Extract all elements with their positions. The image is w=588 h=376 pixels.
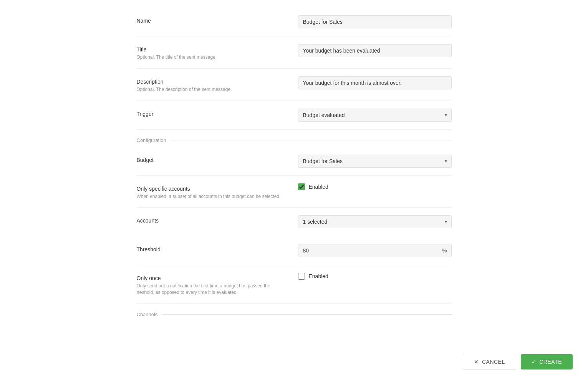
cancel-label: CANCEL — [482, 359, 505, 365]
trigger-select-wrapper: Budget evaluated ▾ — [298, 109, 452, 122]
threshold-row: Threshold % — [137, 236, 452, 265]
threshold-wrapper: % — [298, 244, 452, 257]
description-input-col — [298, 76, 452, 89]
description-description: Optional. The description of the sent me… — [137, 86, 283, 93]
only-once-label: Only once — [137, 275, 283, 281]
title-description: Optional. The title of the sent message. — [137, 54, 283, 61]
budget-label-col: Budget — [137, 155, 298, 165]
budget-row: Budget Budget for Sales ▾ — [137, 147, 452, 176]
accounts-input-col: 1 selected ▾ — [298, 215, 452, 228]
accounts-label: Accounts — [137, 218, 283, 224]
trigger-label: Trigger — [137, 111, 283, 117]
cancel-x-icon: ✕ — [474, 359, 479, 365]
description-row: Description Optional. The description of… — [137, 69, 452, 101]
description-input[interactable] — [298, 76, 452, 89]
configuration-divider: Configuration — [137, 130, 452, 147]
only-specific-accounts-checkbox-label: Enabled — [309, 184, 328, 190]
channels-title: Channels — [137, 312, 158, 317]
budget-label: Budget — [137, 157, 283, 163]
trigger-input-col: Budget evaluated ▾ — [298, 109, 452, 122]
title-label: Title — [137, 46, 283, 53]
budget-select[interactable]: Budget for Sales — [298, 155, 452, 168]
only-once-description: Only send out a notification the first t… — [137, 283, 283, 296]
only-specific-accounts-description: When enabled, a subset of all accounts i… — [137, 193, 283, 200]
description-label-col: Description Optional. The description of… — [137, 76, 298, 93]
name-input-col — [298, 15, 452, 28]
only-once-checkbox-row: Enabled — [298, 273, 452, 280]
create-label: CREATE — [539, 359, 562, 365]
only-once-input-col: Enabled — [298, 273, 452, 280]
title-input[interactable] — [298, 44, 452, 57]
name-row: Name — [137, 8, 452, 36]
threshold-label: Threshold — [137, 246, 283, 252]
trigger-label-col: Trigger — [137, 109, 298, 119]
only-specific-accounts-row: Only specific accounts When enabled, a s… — [137, 176, 452, 208]
configuration-title: Configuration — [137, 137, 166, 143]
name-input[interactable] — [298, 15, 452, 28]
budget-select-wrapper: Budget for Sales ▾ — [298, 155, 452, 168]
channels-divider-line — [162, 314, 451, 315]
only-once-label-col: Only once Only send out a notification t… — [137, 273, 298, 296]
title-row: Title Optional. The title of the sent me… — [137, 36, 452, 69]
only-once-checkbox[interactable] — [298, 273, 305, 280]
name-label: Name — [137, 18, 283, 24]
create-button[interactable]: ✓ CREATE — [521, 354, 573, 369]
trigger-select[interactable]: Budget evaluated — [298, 109, 452, 122]
divider-line — [171, 140, 452, 140]
only-once-checkbox-label: Enabled — [309, 273, 328, 279]
threshold-input[interactable] — [298, 244, 452, 257]
threshold-label-col: Threshold — [137, 244, 298, 254]
budget-input-col: Budget for Sales ▾ — [298, 155, 452, 168]
accounts-label-col: Accounts — [137, 215, 298, 225]
cancel-button[interactable]: ✕ CANCEL — [463, 354, 516, 370]
create-check-icon: ✓ — [532, 359, 537, 365]
channels-divider: Channels — [137, 304, 452, 321]
only-specific-accounts-checkbox-row: Enabled — [298, 183, 452, 190]
only-specific-accounts-input-col: Enabled — [298, 183, 452, 190]
only-specific-accounts-checkbox[interactable] — [298, 183, 305, 190]
action-bar: ✕ CANCEL ✓ CREATE — [0, 348, 588, 376]
accounts-row: Accounts 1 selected ▾ — [137, 208, 452, 236]
accounts-select[interactable]: 1 selected — [298, 215, 452, 228]
threshold-input-col: % — [298, 244, 452, 257]
title-label-col: Title Optional. The title of the sent me… — [137, 44, 298, 61]
only-specific-accounts-label: Only specific accounts — [137, 186, 283, 192]
name-label-col: Name — [137, 15, 298, 25]
title-input-col — [298, 44, 452, 57]
only-once-row: Only once Only send out a notification t… — [137, 265, 452, 304]
accounts-select-wrapper: 1 selected ▾ — [298, 215, 452, 228]
trigger-row: Trigger Budget evaluated ▾ — [137, 101, 452, 130]
only-specific-accounts-label-col: Only specific accounts When enabled, a s… — [137, 183, 298, 200]
description-label: Description — [137, 79, 283, 85]
